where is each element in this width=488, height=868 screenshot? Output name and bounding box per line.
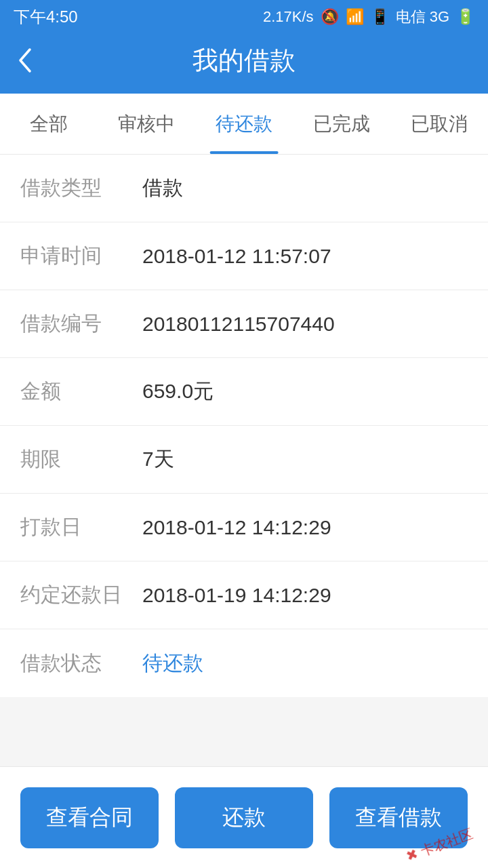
tab-reviewing[interactable]: 审核中 xyxy=(98,94,195,154)
label-term: 期限 xyxy=(20,446,142,473)
tab-cancelled[interactable]: 已取消 xyxy=(390,94,488,154)
repayment-button[interactable]: 还款 xyxy=(175,787,313,848)
mute-icon: 🔕 xyxy=(321,8,339,26)
label-apply-time: 申请时间 xyxy=(20,242,142,270)
label-loan-status: 借款状态 xyxy=(20,650,142,677)
signal-icon: 📱 xyxy=(371,8,389,26)
row-payment-date: 打款日 2018-01-12 14:12:29 xyxy=(0,494,488,561)
label-due-date: 约定还款日 xyxy=(20,581,142,609)
battery-icon: 🔋 xyxy=(456,8,474,26)
value-due-date: 2018-01-19 14:12:29 xyxy=(142,584,468,607)
row-term: 期限 7天 xyxy=(0,426,488,494)
row-loan-status: 借款状态 待还款 xyxy=(0,629,488,697)
page-title: 我的借款 xyxy=(192,43,296,78)
value-loan-number: 20180112115707440 xyxy=(142,313,468,336)
status-right: 2.17K/s 🔕 📶 📱 电信 3G 🔋 xyxy=(263,7,474,27)
status-time: 下午4:50 xyxy=(14,6,78,28)
detail-card: 借款类型 借款 申请时间 2018-01-12 11:57:07 借款编号 20… xyxy=(0,155,488,697)
tab-all[interactable]: 全部 xyxy=(0,94,98,154)
value-loan-status: 待还款 xyxy=(142,650,468,677)
header: 我的借款 xyxy=(0,34,488,94)
label-loan-type: 借款类型 xyxy=(20,174,142,202)
view-contract-button[interactable]: 查看合同 xyxy=(20,787,159,848)
row-due-date: 约定还款日 2018-01-19 14:12:29 xyxy=(0,561,488,629)
wifi-icon: 📶 xyxy=(346,8,364,26)
carrier-label: 电信 3G xyxy=(396,7,449,27)
tab-completed[interactable]: 已完成 xyxy=(293,94,390,154)
value-term: 7天 xyxy=(142,446,468,473)
row-amount: 金额 659.0元 xyxy=(0,358,488,426)
row-apply-time: 申请时间 2018-01-12 11:57:07 xyxy=(0,222,488,290)
status-bar: 下午4:50 2.17K/s 🔕 📶 📱 电信 3G 🔋 xyxy=(0,0,488,34)
network-speed: 2.17K/s xyxy=(263,8,314,26)
back-button[interactable] xyxy=(16,47,33,74)
value-amount: 659.0元 xyxy=(142,378,468,406)
tabs-bar: 全部 审核中 待还款 已完成 已取消 xyxy=(0,94,488,155)
tab-pending-repayment[interactable]: 待还款 xyxy=(195,94,293,154)
value-apply-time: 2018-01-12 11:57:07 xyxy=(142,245,468,268)
row-loan-type: 借款类型 借款 xyxy=(0,155,488,222)
content-area: 借款类型 借款 申请时间 2018-01-12 11:57:07 借款编号 20… xyxy=(0,155,488,868)
label-payment-date: 打款日 xyxy=(20,513,142,541)
value-payment-date: 2018-01-12 14:12:29 xyxy=(142,516,468,539)
label-loan-number: 借款编号 xyxy=(20,310,142,338)
label-amount: 金额 xyxy=(20,378,142,406)
value-loan-type: 借款 xyxy=(142,174,468,202)
row-loan-number: 借款编号 20180112115707440 xyxy=(0,290,488,358)
